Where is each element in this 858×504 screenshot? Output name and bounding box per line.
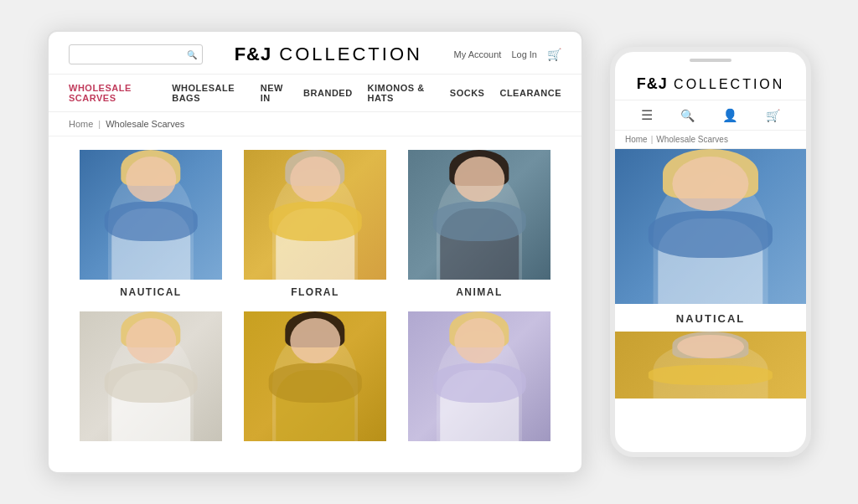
- product-img-5: [244, 311, 386, 441]
- product-nautical[interactable]: NAUTICAL: [69, 150, 233, 298]
- scarf-6: [433, 363, 526, 403]
- desktop-logo: F&J COLLECTION: [235, 44, 422, 65]
- product-img-nautical: [80, 150, 222, 280]
- mobile-header: F&J COLLECTION: [615, 52, 806, 100]
- hair-6: [449, 311, 509, 347]
- search-input[interactable]: [76, 49, 178, 59]
- search-icon: 🔍: [187, 50, 197, 59]
- figure-6: [408, 311, 550, 441]
- product-grid: NAUTICAL FLORAL: [49, 136, 581, 461]
- product-label-animal: ANIMAL: [456, 286, 503, 298]
- mobile-scarf-floral: [649, 365, 773, 385]
- hair-animal: [449, 150, 509, 186]
- scarf-nautical: [105, 202, 198, 241]
- nav-branded[interactable]: BRANDED: [303, 88, 353, 98]
- figure-5: [244, 311, 386, 441]
- mobile-hair-floral: [672, 332, 748, 358]
- hair-floral: [285, 150, 344, 186]
- mobile-breadcrumb: Home | Wholesale Scarves: [615, 131, 806, 149]
- mobile-breadcrumb-home[interactable]: Home: [625, 135, 648, 144]
- product-img-4: [80, 311, 222, 441]
- product-label-nautical: NAUTICAL: [120, 286, 181, 298]
- mobile-product-img-floral[interactable]: [615, 332, 806, 399]
- breadcrumb: Home | Wholesale Scarves: [49, 112, 581, 136]
- mobile-cart-icon[interactable]: 🛒: [766, 109, 780, 122]
- product-label-floral: FLORAL: [291, 286, 339, 298]
- mobile-breadcrumb-sep: |: [651, 135, 654, 144]
- logo-suffix: COLLECTION: [271, 44, 422, 64]
- mobile-menu-icon[interactable]: ☰: [641, 107, 653, 123]
- mobile-logo: F&J COLLECTION: [627, 69, 794, 93]
- product-4[interactable]: [69, 311, 233, 448]
- scarf-4: [105, 363, 198, 403]
- product-img-animal: [408, 150, 550, 280]
- mobile-icons-bar: ☰ 🔍 👤 🛒: [615, 100, 806, 131]
- logo-text: F&J: [235, 44, 272, 64]
- login-link[interactable]: Log In: [511, 49, 537, 59]
- scene: 🔍 F&J COLLECTION My Account Log In 🛒 WHO…: [30, 13, 828, 491]
- mobile-figure-floral-small: [615, 332, 806, 399]
- breadcrumb-home[interactable]: Home: [69, 119, 93, 129]
- product-img-6: [408, 311, 550, 441]
- mobile-logo-suffix: COLLECTION: [668, 77, 785, 91]
- desktop-header: 🔍 F&J COLLECTION My Account Log In 🛒: [49, 32, 581, 75]
- nav-socks[interactable]: SOCKS: [450, 88, 485, 98]
- hair-nautical: [121, 150, 180, 186]
- hair-5: [285, 311, 344, 347]
- desktop-nav: WHOLESALE SCARVES WHOLESALE BAGS NEW IN …: [49, 75, 581, 112]
- nav-new-in[interactable]: NEW IN: [261, 83, 288, 103]
- figure-4: [80, 311, 222, 441]
- nav-wholesale-bags[interactable]: WHOLESALE BAGS: [172, 83, 246, 103]
- mobile-logo-text: F&J: [637, 75, 668, 92]
- product-5[interactable]: [233, 311, 397, 448]
- scarf-floral: [269, 202, 362, 241]
- mobile-product-img-nautical[interactable]: [615, 149, 806, 304]
- mobile-product-label-nautical: NAUTICAL: [615, 304, 806, 332]
- mobile-scarf-nautical: [649, 211, 773, 258]
- figure-animal: [408, 150, 550, 280]
- account-area: My Account Log In 🛒: [454, 48, 561, 61]
- product-animal[interactable]: ANIMAL: [397, 150, 561, 298]
- scarf-5: [269, 363, 362, 403]
- mobile-account-icon[interactable]: 👤: [722, 108, 738, 123]
- nav-wholesale-scarves[interactable]: WHOLESALE SCARVES: [69, 83, 157, 103]
- mobile-figure-nautical: [615, 149, 806, 304]
- scarf-animal: [433, 202, 526, 241]
- mobile-hair-nautical: [663, 149, 758, 198]
- mobile-mockup: F&J COLLECTION ☰ 🔍 👤 🛒 Home | Wholesale …: [610, 47, 811, 457]
- mobile-breadcrumb-current: Wholesale Scarves: [656, 135, 728, 144]
- mobile-search-icon[interactable]: 🔍: [680, 109, 695, 122]
- cart-icon[interactable]: 🛒: [547, 48, 561, 61]
- my-account-link[interactable]: My Account: [454, 49, 502, 59]
- hair-4: [121, 311, 180, 347]
- desktop-search-container: 🔍: [69, 44, 203, 64]
- figure-floral: [244, 150, 386, 280]
- product-img-floral: [244, 150, 386, 280]
- figure-nautical: [80, 150, 222, 280]
- breadcrumb-separator: |: [98, 119, 101, 129]
- nav-clearance[interactable]: CLEARANCE: [499, 88, 561, 98]
- product-floral[interactable]: FLORAL: [233, 150, 397, 298]
- product-6[interactable]: [397, 311, 561, 448]
- nav-kimonos-hats[interactable]: KIMONOS & HATS: [368, 83, 435, 103]
- desktop-mockup: 🔍 F&J COLLECTION My Account Log In 🛒 WHO…: [47, 30, 583, 474]
- breadcrumb-current: Wholesale Scarves: [106, 119, 184, 129]
